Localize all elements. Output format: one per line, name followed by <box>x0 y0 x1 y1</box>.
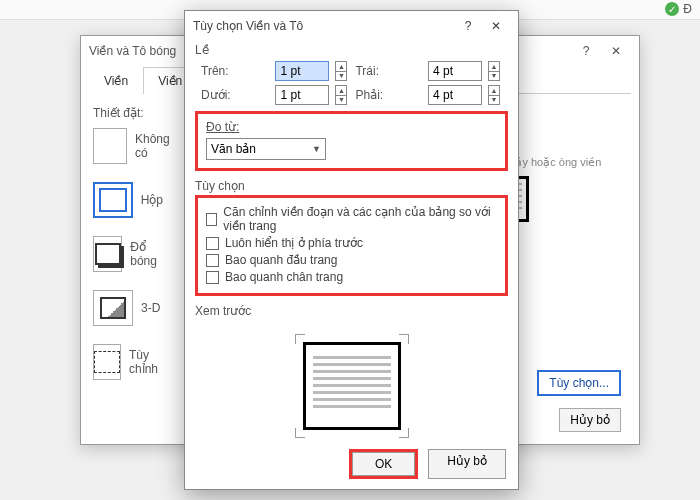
cancel-button-parent[interactable]: Hủy bỏ <box>559 408 621 432</box>
right-spinner[interactable]: ▲▼ <box>488 85 500 105</box>
ok-button[interactable]: OK <box>349 449 418 479</box>
preset-box[interactable]: Hộp <box>93 180 163 220</box>
dlg1-title-text: Viền và Tô bóng <box>89 44 176 58</box>
help-button[interactable]: ? <box>454 19 482 33</box>
preset-shadow-label: Đổ bóng <box>130 240 163 268</box>
tab-vien[interactable]: Viền <box>89 67 143 94</box>
tuychon-label: Tùy chọn <box>195 177 508 195</box>
checkbox-list: Căn chỉnh viền đoạn và các cạnh của bảng… <box>195 195 508 296</box>
preset-none-icon <box>93 128 127 164</box>
cancel-button[interactable]: Hủy bỏ <box>428 449 506 479</box>
checkbox-icon <box>206 254 219 267</box>
margins-grid: Trên: 1 pt ▲▼ Trái: 4 pt ▲▼ Dưới: 1 pt ▲… <box>185 59 518 111</box>
dlg2-title-text: Tùy chọn Viền và Tô <box>193 19 303 33</box>
preset-custom-label: Tùy chỉnh <box>129 348 163 376</box>
dotu-label: Đo từ: <box>206 120 239 134</box>
preset-box-icon <box>93 182 133 218</box>
close-button[interactable]: ✕ <box>601 44 631 58</box>
checkbox-icon <box>206 213 217 226</box>
preset-custom[interactable]: Tùy chỉnh <box>93 342 163 382</box>
bottom-label: Dưới: <box>201 88 269 102</box>
check-align-borders[interactable]: Căn chỉnh viền đoạn và các cạnh của bảng… <box>206 205 497 233</box>
preset-column: Không có Hộp Đổ bóng 3-D Tùy chỉnh <box>93 126 163 396</box>
preset-none-label: Không có <box>135 132 170 160</box>
chevron-down-icon: ▼ <box>312 144 321 154</box>
measure-from-group: Đo từ: Văn bản ▼ <box>195 111 508 171</box>
bottom-input[interactable]: 1 pt <box>275 85 329 105</box>
checkbox-icon <box>206 237 219 250</box>
check-surround-header[interactable]: Bao quanh đầu trang <box>206 253 497 267</box>
left-label: Trái: <box>355 64 422 78</box>
preset-3d-label: 3-D <box>141 301 160 315</box>
right-label: Phải: <box>355 88 422 102</box>
left-input[interactable]: 4 pt <box>428 61 482 81</box>
top-spinner[interactable]: ▲▼ <box>335 61 347 81</box>
style-hint-text: jầy hoặc òng viền <box>513 156 623 169</box>
dlg2-titlebar: Tùy chọn Viền và Tô ? ✕ <box>185 11 518 41</box>
close-button[interactable]: ✕ <box>482 19 510 33</box>
top-label: Trên: <box>201 64 269 78</box>
ribbon-right: ✓ Đ <box>665 2 692 16</box>
border-options-dialog: Tùy chọn Viền và Tô ? ✕ Lề Trên: 1 pt ▲▼… <box>184 10 519 490</box>
options-button[interactable]: Tùy chọn... <box>537 370 621 396</box>
left-spinner[interactable]: ▲▼ <box>488 61 500 81</box>
preset-none[interactable]: Không có <box>93 126 163 166</box>
check-always-front[interactable]: Luôn hiển thị ở phía trước <box>206 236 497 250</box>
preset-shadow[interactable]: Đổ bóng <box>93 234 163 274</box>
preview-panel <box>297 336 407 436</box>
help-button[interactable]: ? <box>571 44 601 58</box>
status-ok-icon: ✓ <box>665 2 679 16</box>
preset-3d-icon <box>93 290 133 326</box>
le-label: Lề <box>185 41 518 59</box>
checkbox-icon <box>206 271 219 284</box>
dialog-button-row: OK Hủy bỏ <box>349 449 506 479</box>
preset-box-label: Hộp <box>141 193 163 207</box>
right-input[interactable]: 4 pt <box>428 85 482 105</box>
options-group: Tùy chọn Căn chỉnh viền đoạn và các cạnh… <box>195 177 508 296</box>
measure-from-value: Văn bản <box>211 142 256 156</box>
preset-3d[interactable]: 3-D <box>93 288 163 328</box>
measure-from-select[interactable]: Văn bản ▼ <box>206 138 326 160</box>
ribbon-right-text: Đ <box>683 2 692 16</box>
bottom-spinner[interactable]: ▲▼ <box>335 85 347 105</box>
preset-custom-icon <box>93 344 121 380</box>
check-surround-footer[interactable]: Bao quanh chân trang <box>206 270 497 284</box>
top-input[interactable]: 1 pt <box>275 61 329 81</box>
preset-shadow-icon <box>93 236 122 272</box>
xemtruoc-label: Xem trước <box>185 302 518 320</box>
